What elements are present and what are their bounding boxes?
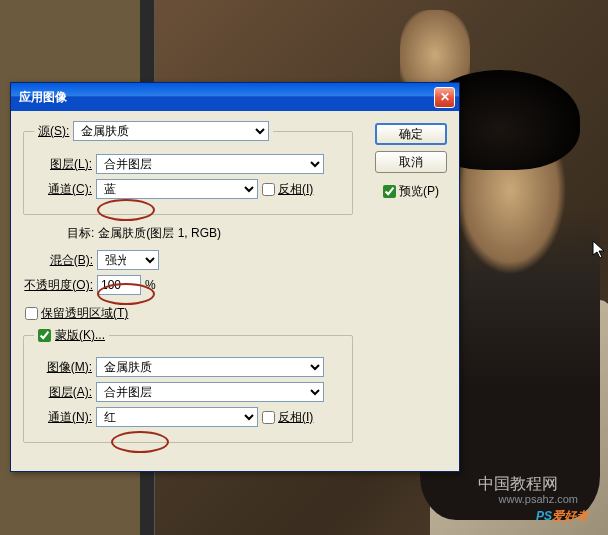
source-invert-checkbox[interactable]: [262, 183, 275, 196]
preserve-transparency-label: 保留透明区域(T): [41, 305, 128, 322]
preview-label: 预览(P): [399, 183, 439, 200]
source-layer-label: 图层(L):: [34, 156, 92, 173]
mask-layer-label: 图层(A):: [34, 384, 92, 401]
blend-row: 混合(B): 强光: [23, 250, 447, 270]
ok-button[interactable]: 确定: [375, 123, 447, 145]
opacity-row: 不透明度(O): %: [23, 275, 447, 295]
mask-channel-select[interactable]: 红: [96, 407, 258, 427]
watermark-logo: PS爱好者: [536, 502, 588, 525]
target-row: 目标: 金属肤质(图层 1, RGB): [67, 225, 447, 242]
mask-legend[interactable]: 蒙版(K)...: [34, 327, 109, 344]
watermark-ps: PS: [536, 509, 552, 523]
mask-image-label: 图像(M):: [34, 359, 92, 376]
dialog-side-buttons: 确定 取消 预览(P): [375, 123, 447, 200]
target-value: 金属肤质(图层 1, RGB): [98, 225, 221, 242]
source-invert-row[interactable]: 反相(I): [262, 181, 313, 198]
preview-checkbox[interactable]: [383, 185, 396, 198]
watermark-text-1: 中国教程网: [478, 474, 558, 495]
opacity-suffix: %: [145, 278, 156, 292]
source-invert-label: 反相(I): [278, 181, 313, 198]
opacity-input[interactable]: [97, 275, 141, 295]
source-channel-select[interactable]: 蓝: [96, 179, 258, 199]
mask-legend-label: 蒙版(K)...: [55, 327, 105, 344]
preview-checkbox-row[interactable]: 预览(P): [383, 183, 439, 200]
source-label: 源(S):: [38, 123, 69, 140]
blend-select[interactable]: 强光: [97, 250, 159, 270]
source-group: 源(S): 金属肤质 图层(L): 合并图层 通道(C): 蓝 反相(I): [23, 121, 353, 215]
dialog-body: 确定 取消 预览(P) 源(S): 金属肤质 图层(L): 合并图层 通道: [11, 111, 459, 463]
watermark-rest: 爱好者: [552, 509, 588, 523]
mask-invert-label: 反相(I): [278, 409, 313, 426]
mask-group: 蒙版(K)... 图像(M): 金属肤质 图层(A): 合并图层 通道(N): …: [23, 327, 353, 443]
mask-invert-checkbox[interactable]: [262, 411, 275, 424]
mask-channel-label: 通道(N):: [34, 409, 92, 426]
mask-invert-row[interactable]: 反相(I): [262, 409, 313, 426]
mask-checkbox[interactable]: [38, 329, 51, 342]
preserve-transparency-row[interactable]: 保留透明区域(T): [25, 305, 128, 322]
close-button[interactable]: ✕: [434, 87, 455, 108]
target-label: 目标:: [67, 225, 94, 242]
source-legend: 源(S): 金属肤质: [34, 121, 273, 141]
dialog-titlebar[interactable]: 应用图像 ✕: [11, 83, 459, 111]
source-channel-label: 通道(C):: [34, 181, 92, 198]
cancel-button[interactable]: 取消: [375, 151, 447, 173]
source-select[interactable]: 金属肤质: [73, 121, 269, 141]
mouse-cursor: [592, 240, 606, 260]
blend-label: 混合(B):: [23, 252, 93, 269]
opacity-label: 不透明度(O):: [23, 277, 93, 294]
source-layer-select[interactable]: 合并图层: [96, 154, 324, 174]
preserve-transparency-checkbox[interactable]: [25, 307, 38, 320]
mask-image-select[interactable]: 金属肤质: [96, 357, 324, 377]
dialog-title: 应用图像: [19, 89, 434, 106]
mask-layer-select[interactable]: 合并图层: [96, 382, 324, 402]
close-icon: ✕: [440, 90, 450, 104]
apply-image-dialog: 应用图像 ✕ 确定 取消 预览(P) 源(S): 金属肤质 图层(L):: [10, 82, 460, 472]
